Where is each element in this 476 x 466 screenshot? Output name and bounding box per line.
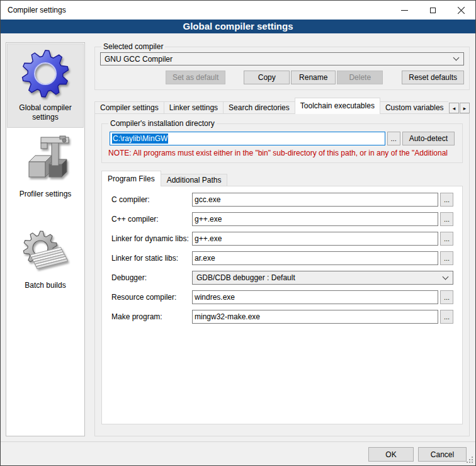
rename-button[interactable]: Rename	[291, 71, 336, 84]
dynamic-linker-row: Linker for dynamic libs: g++.exe ...	[111, 232, 453, 246]
cancel-button[interactable]: Cancel	[418, 447, 467, 462]
compiler-select[interactable]: GNU GCC Compiler	[100, 52, 464, 65]
subtabstrip: Program Files Additional Paths	[101, 171, 463, 186]
tab-custom-variables[interactable]: Custom variables	[380, 101, 448, 114]
compiler-settings-dialog: Compiler settings Global compiler settin…	[0, 0, 476, 466]
make-program-row: Make program: mingw32-make.exe ...	[111, 310, 453, 324]
debugger-select-value: GDB/CDB debugger : Default	[196, 273, 439, 282]
installation-directory-row: C:\raylib\MinGW ... Auto-detect	[110, 132, 455, 145]
static-linker-row: Linker for static libs: ar.exe ...	[111, 251, 453, 265]
batch-builds-gear-icon	[20, 229, 71, 277]
maximize-button[interactable]	[419, 1, 447, 20]
installation-directory-group: Compiler's installation directory C:\ray…	[101, 119, 463, 163]
c-compiler-input[interactable]: gcc.exe	[192, 193, 438, 207]
tab-toolchain-executables[interactable]: Toolchain executables	[295, 98, 380, 114]
main-panel: Selected compiler GNU GCC Compiler Set a…	[94, 42, 470, 436]
titlebar: Compiler settings	[1, 1, 475, 20]
close-icon	[457, 6, 465, 14]
tabstrip: Compiler settings Linker settings Search…	[94, 98, 470, 114]
subtab-additional-paths[interactable]: Additional Paths	[161, 174, 228, 186]
dynamic-linker-label: Linker for dynamic libs:	[111, 234, 192, 243]
tab-scroll-left-button[interactable]: ◂	[449, 103, 459, 113]
sidebar-item-profiler-settings[interactable]: Profiler settings	[7, 132, 84, 204]
bin-subdirectory-note: NOTE: All programs must exist either in …	[108, 149, 456, 157]
global-compiler-settings-gear-icon	[20, 48, 71, 99]
minimize-icon	[401, 10, 408, 11]
resize-grip[interactable]	[472, 462, 473, 463]
auto-detect-button[interactable]: Auto-detect	[402, 132, 455, 145]
tab-scroll-right-button[interactable]: ▸	[460, 103, 470, 113]
profiler-settings-caliper-icon	[20, 135, 71, 186]
static-linker-browse-button[interactable]: ...	[440, 251, 453, 265]
tabs-viewport: Compiler settings Linker settings Search…	[94, 98, 448, 114]
installation-directory-group-label: Compiler's installation directory	[108, 119, 217, 128]
copy-button[interactable]: Copy	[244, 71, 290, 84]
ok-button[interactable]: OK	[368, 447, 414, 462]
sidebar-item-global-compiler-settings[interactable]: Global compiler settings	[7, 43, 84, 128]
c-compiler-row: C compiler: gcc.exe ...	[111, 193, 453, 207]
window-title: Compiler settings	[1, 6, 390, 14]
sidebar: Global compiler settings	[6, 42, 85, 436]
tab-linker-settings[interactable]: Linker settings	[164, 101, 224, 114]
sidebar-item-batch-builds[interactable]: Batch builds	[7, 225, 84, 295]
reset-defaults-button[interactable]: Reset defaults	[402, 71, 464, 84]
page-title: Global compiler settings	[1, 20, 475, 33]
scroll-right-icon: ▸	[463, 105, 467, 111]
dialog-body: Global compiler settings	[1, 33, 475, 441]
minimize-button[interactable]	[390, 1, 419, 20]
compiler-buttons-row: Set as default Copy Rename Delete Reset …	[100, 71, 464, 84]
debugger-select[interactable]: GDB/CDB debugger : Default	[192, 271, 453, 285]
debugger-label: Debugger:	[111, 273, 192, 282]
installation-directory-value: C:\raylib\MinGW	[112, 134, 168, 144]
selected-compiler-group-label: Selected compiler	[101, 42, 165, 51]
make-program-input[interactable]: mingw32-make.exe	[192, 310, 438, 324]
tab-compiler-settings[interactable]: Compiler settings	[94, 101, 164, 114]
program-files-page: C compiler: gcc.exe ... C++ compiler: g+…	[101, 186, 463, 424]
sidebar-item-label: Global compiler settings	[10, 103, 81, 122]
installation-directory-input[interactable]: C:\raylib\MinGW	[110, 132, 385, 145]
selected-compiler-group: Selected compiler GNU GCC Compiler Set a…	[94, 42, 470, 90]
sidebar-item-label: Batch builds	[25, 281, 65, 290]
compiler-select-value: GNU GCC Compiler	[105, 55, 450, 64]
dynamic-linker-browse-button[interactable]: ...	[440, 232, 453, 246]
installation-directory-browse-button[interactable]: ...	[387, 132, 400, 145]
set-as-default-button: Set as default	[166, 71, 225, 84]
dialog-footer: OK Cancel	[1, 441, 475, 466]
scroll-left-icon: ◂	[453, 105, 456, 111]
resource-compiler-browse-button[interactable]: ...	[440, 290, 453, 304]
dynamic-linker-input[interactable]: g++.exe	[192, 232, 438, 246]
maximize-icon	[430, 8, 436, 13]
toolchain-executables-page: Compiler's installation directory C:\ray…	[94, 113, 470, 436]
tab-search-directories[interactable]: Search directories	[223, 101, 295, 114]
make-program-browse-button[interactable]: ...	[440, 310, 453, 324]
c-compiler-label: C compiler:	[111, 195, 192, 204]
make-program-label: Make program:	[111, 312, 192, 321]
delete-button: Delete	[337, 71, 383, 84]
debugger-row: Debugger: GDB/CDB debugger : Default	[111, 271, 453, 285]
static-linker-label: Linker for static libs:	[111, 254, 192, 263]
cpp-compiler-row: C++ compiler: g++.exe ...	[111, 212, 453, 226]
subtab-program-files[interactable]: Program Files	[101, 171, 161, 186]
c-compiler-browse-button[interactable]: ...	[440, 193, 453, 207]
chevron-down-icon	[443, 273, 449, 280]
cpp-compiler-browse-button[interactable]: ...	[440, 212, 453, 226]
close-button[interactable]	[447, 1, 475, 20]
resource-compiler-input[interactable]: windres.exe	[192, 290, 438, 304]
cpp-compiler-label: C++ compiler:	[111, 215, 192, 224]
resource-compiler-label: Resource compiler:	[111, 293, 192, 302]
cpp-compiler-input[interactable]: g++.exe	[192, 212, 438, 226]
sidebar-item-label: Profiler settings	[20, 190, 72, 199]
resource-compiler-row: Resource compiler: windres.exe ...	[111, 290, 453, 304]
chevron-down-icon	[453, 55, 460, 61]
static-linker-input[interactable]: ar.exe	[192, 251, 438, 265]
